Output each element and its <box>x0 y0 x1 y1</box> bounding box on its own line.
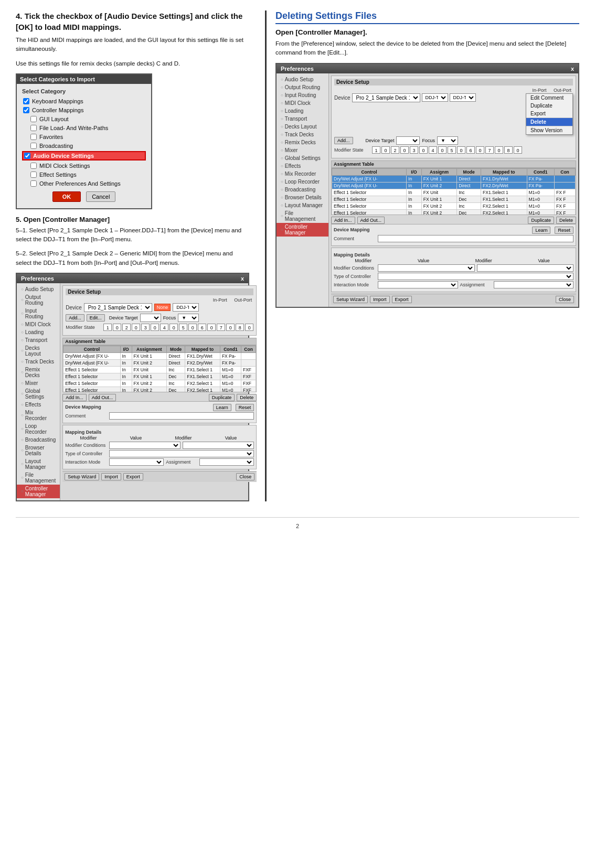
pref-close-right[interactable]: x <box>571 66 574 72</box>
out-port-select-left[interactable]: DDJ-T1 <box>173 303 199 312</box>
duplicate-button-left[interactable]: Duplicate <box>209 394 235 401</box>
add-in-button-left[interactable]: Add In... <box>62 394 87 401</box>
r-sidebar-mixer[interactable]: ○Mixer <box>277 146 328 154</box>
r-sidebar-layout-manager[interactable]: ○Layout Manager <box>277 201 328 209</box>
r-sidebar-track-decks[interactable]: ○Track Decks <box>277 131 328 138</box>
sidebar-item-browser-details[interactable]: ○Browser Details <box>17 444 60 457</box>
checkbox-keyboard-mappings-input[interactable] <box>23 98 29 104</box>
r-duplicate-button[interactable]: Duplicate <box>528 217 554 224</box>
r-table-row-selected-1[interactable]: Dry/Wet Adjust (FX U-InFX Unit 1DirectFX… <box>332 175 576 182</box>
r-table-row[interactable]: Effect 1 SelectorInFX UnitIncFX1.Select … <box>332 189 576 196</box>
sidebar-item-loading[interactable]: ○Loading <box>17 328 60 336</box>
r-sidebar-loop-recorder[interactable]: ○Loop Recorder <box>277 178 328 186</box>
sidebar-item-transport[interactable]: ○Transport <box>17 336 60 344</box>
sidebar-item-remix-decks[interactable]: ○Remix Decks <box>17 366 60 379</box>
r-add-button[interactable]: Add... <box>334 137 353 144</box>
r-sidebar-browser-details[interactable]: ○Browser Details <box>277 194 328 201</box>
sidebar-item-controller-manager-left[interactable]: ○Controller Manager <box>17 485 60 498</box>
r-sidebar-mix-recorder[interactable]: ○Mix Recorder <box>277 170 328 178</box>
checkbox-keyboard-mappings[interactable]: Keyboard Mappings <box>22 98 146 105</box>
r-sidebar-output-routing[interactable]: ○Output Routing <box>277 83 328 91</box>
r-device-select[interactable]: Pro 2_1 Sample Deck 1 - <box>352 93 420 102</box>
r-type-controller-select[interactable] <box>378 273 573 280</box>
r-in-port-select[interactable]: DDJ-T1 <box>422 93 448 102</box>
r-table-row-selected-2[interactable]: Dry/Wet Adjust (FX U-InFX Unit 2DirectFX… <box>332 182 576 189</box>
r-add-in-button[interactable]: Add In... <box>331 217 355 224</box>
sidebar-item-output-routing[interactable]: ○Output Routing <box>17 293 60 307</box>
checkbox-broadcasting[interactable]: Open [Controller Manager]. Broadcasting <box>29 142 146 149</box>
sidebar-item-broadcasting[interactable]: ○Broadcasting <box>17 436 60 444</box>
comment-input-left[interactable] <box>109 412 254 420</box>
table-row[interactable]: Effect 1 SelectorInFX Unit 2DecFX2.Selec… <box>63 387 256 392</box>
r-out-port-select[interactable]: DDJ-T1 <box>450 93 476 102</box>
r-setup-wizard-button[interactable]: Setup Wizard <box>333 296 368 303</box>
sidebar-item-global-settings[interactable]: ○Global Settings <box>17 387 60 401</box>
in-port-dropdown-none[interactable]: None <box>154 304 171 311</box>
table-row[interactable]: Effect 1 SelectorInFX UnitIncFX1.Select … <box>63 366 256 373</box>
r-sidebar-effects[interactable]: ○Effects <box>277 162 328 170</box>
checkbox-file-load[interactable]: File Load- And Write-Paths <box>29 124 146 132</box>
checkbox-gui-layout-input[interactable] <box>30 116 37 122</box>
sidebar-item-decks-layout[interactable]: ○Decks Layout <box>17 344 60 358</box>
r-close-button[interactable]: Close <box>556 296 574 303</box>
r-interaction-mode-select[interactable] <box>378 281 458 288</box>
r-sidebar-broadcasting[interactable]: ○Broadcasting <box>277 186 328 194</box>
ok-button[interactable]: OK <box>52 191 81 202</box>
r-learn-button[interactable]: Learn <box>532 227 550 234</box>
r-sidebar-remix-decks[interactable]: ○Remix Decks <box>277 138 328 146</box>
checkbox-broadcasting-input[interactable] <box>30 143 37 149</box>
checkbox-other-preferences[interactable]: Other Preferences And Settings <box>29 180 146 187</box>
add-out-button-left[interactable]: Add Out... <box>89 394 116 401</box>
delete-button-left[interactable]: Delete <box>237 394 257 401</box>
pref-close-left[interactable]: x <box>241 275 244 282</box>
ctx-show-version[interactable]: Show Version <box>526 126 572 134</box>
checkbox-midi-clock-settings-input[interactable] <box>30 163 37 169</box>
r-focus-select[interactable]: ▼ <box>437 136 458 145</box>
setup-wizard-button-left[interactable]: Setup Wizard <box>65 473 99 480</box>
import-button-left[interactable]: Import <box>101 473 121 480</box>
r-sidebar-audio-setup[interactable]: ○Audio Setup <box>277 76 328 83</box>
r-table-row[interactable]: Effect 1 SelectorInFX Unit 1DecFX1.Selec… <box>332 196 576 202</box>
r-device-target-select[interactable] <box>396 136 420 145</box>
ctx-delete[interactable]: Delete <box>526 118 572 126</box>
r-table-row[interactable]: Effect 1 SelectorInFX Unit 2IncFX2.Selec… <box>332 202 576 209</box>
sidebar-item-mixer[interactable]: ○Mixer <box>17 379 60 387</box>
sidebar-item-input-routing[interactable]: ○Input Routing <box>17 307 60 320</box>
edit-button-left[interactable]: Edit... <box>87 314 105 322</box>
r-modifier-conditions-select[interactable] <box>378 264 475 272</box>
table-row[interactable]: Dry/Wet Adjust (FX U-InFX Unit 1DirectFX… <box>63 352 256 359</box>
r-sidebar-midi-clock[interactable]: ○MIDI Clock <box>277 99 328 107</box>
sidebar-item-layout-manager[interactable]: ○Layout Manager <box>17 457 60 471</box>
sidebar-item-track-decks[interactable]: ○Track Decks <box>17 358 60 366</box>
r-sidebar-loading[interactable]: ○Loading <box>277 107 328 115</box>
checkbox-effect-settings-input[interactable] <box>30 172 37 178</box>
table-row[interactable]: Effect 1 SelectorInFX Unit 2IncFX2.Selec… <box>63 380 256 387</box>
r-import-button[interactable]: Import <box>370 296 390 303</box>
table-row[interactable]: Effect 1 SelectorInFX Unit 1DecFX1.Selec… <box>63 373 256 380</box>
ctx-export[interactable]: Export <box>526 110 572 117</box>
r-table-row[interactable]: Effect 1 SelectorInFX Unit 2DecFX2.Selec… <box>332 209 576 215</box>
r-sidebar-controller-manager[interactable]: ○Controller Manager <box>277 223 328 237</box>
sidebar-item-midi-clock[interactable]: ○MIDI Clock <box>17 320 60 328</box>
r-sidebar-decks-layout[interactable]: ○Decks Layout <box>277 123 328 131</box>
add-button-left[interactable]: Add... <box>66 314 84 322</box>
checkbox-midi-clock-settings[interactable]: MIDI Clock Settings <box>29 162 146 169</box>
checkbox-gui-layout[interactable]: GUI Layout <box>29 115 146 123</box>
checkbox-other-preferences-input[interactable] <box>30 180 37 187</box>
r-modifier-conditions-select2[interactable] <box>477 264 574 272</box>
table-row[interactable]: Dry/Wet Adjust (FX U-InFX Unit 2DirectFX… <box>63 359 256 366</box>
checkbox-favorites-input[interactable] <box>30 134 37 140</box>
ctx-edit-comment[interactable]: Edit Comment <box>526 94 572 102</box>
cancel-button[interactable]: Cancel <box>86 191 115 202</box>
close-button-left[interactable]: Close <box>236 473 254 480</box>
r-export-button[interactable]: Export <box>392 296 412 303</box>
r-sidebar-transport[interactable]: ○Transport <box>277 115 328 123</box>
r-sidebar-global-settings[interactable]: ○Global Settings <box>277 154 328 162</box>
device-target-select-left[interactable] <box>140 314 161 322</box>
device-select-left[interactable]: Pro 2_1 Sample Deck 1 - <box>84 303 152 312</box>
sidebar-item-loop-recorder[interactable]: ○Loop Recorder <box>17 422 60 436</box>
checkbox-file-load-input[interactable] <box>30 125 37 131</box>
sidebar-item-effects[interactable]: ○Effects <box>17 401 60 409</box>
checkbox-audio-device-settings[interactable]: Audio Device Settings <box>22 151 146 160</box>
modifier-conditions-select-left[interactable] <box>109 442 180 449</box>
